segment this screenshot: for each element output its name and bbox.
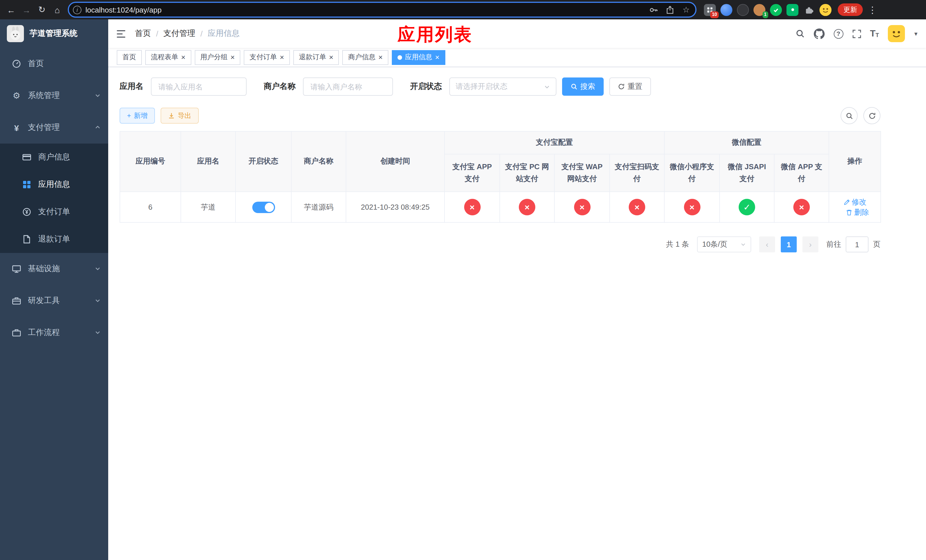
sidebar-toggle-icon[interactable] — [117, 29, 126, 38]
delete-link[interactable]: 删除 — [846, 207, 869, 217]
tab-pay-order[interactable]: 支付订单 × — [244, 50, 290, 65]
status-label: 开启状态 — [410, 82, 442, 92]
tab-close-icon[interactable]: × — [280, 53, 284, 61]
plus-icon: + — [127, 112, 131, 120]
sidebar-subitem-merchant-info[interactable]: 商户信息 — [0, 144, 108, 171]
tab-close-icon[interactable]: × — [181, 53, 185, 61]
browser-menu-icon[interactable]: ⋮ — [868, 4, 877, 15]
pagination: 共 1 条 10条/页 ‹ 1 › 前往 页 — [120, 236, 881, 252]
extensions-puzzle-icon[interactable] — [803, 4, 815, 16]
goto-page-input[interactable] — [846, 236, 869, 252]
cell-merchant: 芋道源码 — [291, 192, 346, 222]
status-select[interactable]: 请选择开启状态 — [449, 77, 557, 96]
annotation-title: 应用列表 — [398, 23, 473, 47]
prev-page-button[interactable]: ‹ — [759, 236, 775, 252]
fullscreen-icon[interactable] — [852, 29, 861, 38]
sidebar-subitem-app-info[interactable]: 应用信息 — [0, 171, 108, 198]
reset-button[interactable]: 重置 — [609, 77, 651, 96]
sidebar-item-label: 支付管理 — [28, 123, 60, 133]
tab-close-icon[interactable]: × — [435, 53, 439, 61]
sidebar-item-label: 首页 — [28, 59, 44, 69]
status-badge: × — [464, 199, 480, 215]
user-avatar[interactable] — [888, 25, 905, 42]
sidebar-item-label: 退款订单 — [38, 234, 70, 244]
grid-extension-icon[interactable]: 10 — [704, 4, 716, 16]
cell-alipay-wap: × — [554, 192, 610, 222]
address-bar[interactable]: i localhost:1024/pay/app ☆ — [68, 2, 696, 18]
font-size-icon[interactable]: TT — [870, 29, 879, 38]
breadcrumb-home[interactable]: 首页 — [135, 29, 151, 39]
pagination-total: 共 1 条 — [666, 239, 689, 250]
sidebar-subitem-refund-order[interactable]: 退款订单 — [0, 226, 108, 253]
status-badge: × — [519, 199, 535, 215]
cell-alipay-app: × — [445, 192, 500, 222]
sidebar-item-dev-tools[interactable]: 研发工具 — [0, 285, 108, 317]
sidebar-item-infrastructure[interactable]: 基础设施 — [0, 253, 108, 285]
col-app-id: 应用编号 — [120, 131, 181, 192]
account-extension-icon[interactable]: 1 — [754, 4, 766, 16]
main-area: 首页 / 支付管理 / 应用信息 应用列表 ? TT — [108, 20, 926, 560]
sidebar-subitem-pay-order[interactable]: 支付订单 — [0, 198, 108, 226]
tab-label: 流程表单 — [151, 52, 178, 62]
browser-profile-avatar[interactable] — [820, 4, 831, 16]
edit-link[interactable]: 修改 — [843, 197, 867, 207]
cell-alipay-qr: × — [610, 192, 664, 222]
password-key-icon[interactable] — [649, 5, 658, 14]
tab-home[interactable]: 首页 — [117, 50, 142, 65]
export-button[interactable]: 导出 — [160, 107, 199, 124]
extension-badge: 10 — [710, 11, 719, 18]
current-page-button[interactable]: 1 — [781, 236, 797, 252]
app-name-input[interactable] — [151, 77, 247, 96]
search-button[interactable]: 搜索 — [562, 77, 604, 96]
search-icon[interactable] — [795, 29, 804, 38]
bookmark-star-icon[interactable]: ☆ — [682, 5, 690, 14]
page-size-select[interactable]: 10条/页 — [697, 236, 751, 252]
sidebar-menu: 首页 ⚙ 系统管理 ¥ 支付管理 — [0, 48, 108, 349]
site-info-icon[interactable]: i — [73, 5, 82, 14]
sidebar-item-home[interactable]: 首页 — [0, 48, 108, 80]
browser-home-icon[interactable]: ⌂ — [50, 2, 65, 17]
col-alipay-qr: 支付宝扫码支付 — [610, 154, 664, 192]
col-status: 开启状态 — [236, 131, 291, 192]
sidebar-item-system[interactable]: ⚙ 系统管理 — [0, 80, 108, 112]
sidebar-item-workflow[interactable]: 工作流程 — [0, 317, 108, 349]
tab-refund-order[interactable]: 退款订单 × — [293, 50, 339, 65]
browser-forward-icon[interactable]: → — [19, 2, 34, 17]
browser-update-button[interactable]: 更新 — [838, 3, 863, 16]
green-circle-extension-icon[interactable] — [770, 4, 782, 16]
status-badge: × — [629, 199, 645, 215]
status-toggle[interactable] — [252, 201, 275, 213]
sidebar-item-payment[interactable]: ¥ 支付管理 — [0, 112, 108, 144]
refresh-icon — [618, 83, 625, 90]
browser-reload-icon[interactable]: ↻ — [34, 2, 50, 17]
tab-user-group[interactable]: 用户分组 × — [195, 50, 240, 65]
tab-close-icon[interactable]: × — [329, 53, 333, 61]
next-page-button[interactable]: › — [802, 236, 819, 252]
app-name-label: 应用名 — [120, 82, 144, 92]
bank-card-icon — [22, 153, 32, 162]
share-icon[interactable] — [667, 5, 674, 14]
merchant-name-input[interactable] — [303, 77, 393, 96]
github-icon[interactable] — [814, 28, 825, 39]
cell-alipay-pc: × — [500, 192, 554, 222]
refresh-table-button[interactable] — [863, 107, 881, 124]
sidebar-item-label: 工作流程 — [28, 328, 60, 338]
tab-process-form[interactable]: 流程表单 × — [145, 50, 191, 65]
tab-close-icon[interactable]: × — [230, 53, 235, 61]
browser-back-icon[interactable]: ← — [3, 2, 19, 17]
payment-submenu: 商户信息 应用信息 支付订单 — [0, 144, 108, 253]
tab-merchant-info[interactable]: 商户信息 × — [342, 50, 388, 65]
col-wechat-jsapi: 微信 JSAPI 支付 — [720, 154, 774, 192]
help-icon[interactable]: ? — [834, 29, 843, 38]
tab-app-info[interactable]: 应用信息 × — [392, 50, 445, 65]
add-button[interactable]: + 新增 — [120, 107, 155, 124]
cell-wechat-app: × — [774, 192, 829, 222]
avatar-caret-down-icon[interactable]: ▾ — [914, 30, 917, 37]
green-square-extension-icon[interactable] — [787, 4, 799, 16]
tab-close-icon[interactable]: × — [378, 53, 383, 61]
toggle-search-button[interactable] — [841, 107, 858, 124]
filter-form: 应用名 商户名称 开启状态 请选择开启状态 搜索 — [120, 77, 926, 96]
chevron-down-icon — [740, 242, 746, 247]
water-drop-extension-icon[interactable] — [720, 4, 732, 16]
dark-circle-extension-icon[interactable] — [737, 4, 749, 16]
